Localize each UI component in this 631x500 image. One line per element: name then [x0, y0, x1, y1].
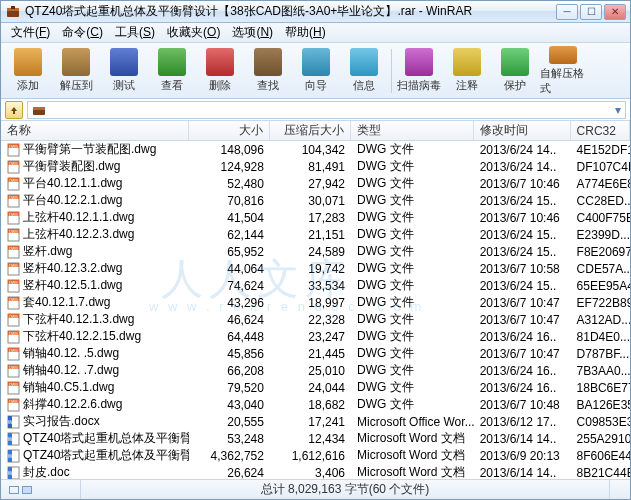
file-packed-size: 104,342	[270, 143, 351, 157]
file-size: 45,856	[189, 347, 270, 361]
menu-0[interactable]: 文件(F)	[5, 23, 56, 42]
tool-sfx-button[interactable]: 自解压格式	[540, 46, 586, 96]
tool-label: 自解压格式	[540, 66, 586, 96]
file-row[interactable]: DWG销轴40.12. .7.dwg66,20825,010DWG 文件2013…	[1, 362, 630, 379]
svg-text:W: W	[8, 453, 13, 459]
tool-scan-virus-button[interactable]: 扫描病毒	[396, 46, 442, 96]
dropdown-icon[interactable]: ▾	[615, 103, 621, 117]
file-size: 64,448	[189, 330, 270, 344]
file-type: DWG 文件	[351, 175, 474, 192]
file-row[interactable]: WQTZ40塔式起重机总体及平衡臂设计开题报告.doc53,24812,434M…	[1, 430, 630, 447]
tool-add-button[interactable]: 添加	[5, 46, 51, 96]
file-row[interactable]: WQTZ40塔式起重机总体及平衡臂设计说明书.doc4,362,7521,612…	[1, 447, 630, 464]
close-button[interactable]: ✕	[604, 4, 626, 20]
tool-extract-to-button[interactable]: 解压到	[53, 46, 99, 96]
file-date: 2013/6/24 15..	[474, 245, 571, 259]
tool-info-button[interactable]: 信息	[341, 46, 387, 96]
file-row[interactable]: DWG平台40.12.1.1.dwg52,48027,942DWG 文件2013…	[1, 175, 630, 192]
comment-icon	[453, 48, 481, 76]
svg-text:DWG: DWG	[9, 246, 18, 250]
svg-text:DWG: DWG	[9, 280, 18, 284]
col-type[interactable]: 类型	[351, 121, 474, 140]
path-field[interactable]: ▾	[27, 101, 626, 119]
delete-icon	[206, 48, 234, 76]
menu-3[interactable]: 收藏夹(O)	[161, 23, 226, 42]
file-date: 2013/6/24 14..	[474, 160, 571, 174]
file-size: 148,096	[189, 143, 270, 157]
minimize-button[interactable]: ─	[556, 4, 578, 20]
file-crc: A312AD...	[571, 313, 630, 327]
tool-find-button[interactable]: 查找	[245, 46, 291, 96]
file-icon: W	[7, 466, 21, 480]
file-row[interactable]: DWG上弦杆40.12.1.1.dwg41,50417,283DWG 文件201…	[1, 209, 630, 226]
file-name: 平台40.12.2.1.dwg	[23, 192, 122, 209]
file-name: 销轴40.12. .5.dwg	[23, 345, 119, 362]
tool-comment-button[interactable]: 注释	[444, 46, 490, 96]
file-row[interactable]: DWG下弦杆40.12.1.3.dwg46,62422,328DWG 文件201…	[1, 311, 630, 328]
menu-2[interactable]: 工具(S)	[109, 23, 161, 42]
file-packed-size: 33,534	[270, 279, 351, 293]
menu-4[interactable]: 选项(N)	[226, 23, 279, 42]
tool-view-button[interactable]: 查看	[149, 46, 195, 96]
file-row[interactable]: DWG竖杆.dwg65,95224,589DWG 文件2013/6/24 15.…	[1, 243, 630, 260]
file-row[interactable]: DWG上弦杆40.12.2.3.dwg62,14421,151DWG 文件201…	[1, 226, 630, 243]
file-name: 套40.12.1.7.dwg	[23, 294, 110, 311]
file-row[interactable]: DWG套40.12.1.7.dwg43,29618,997DWG 文件2013/…	[1, 294, 630, 311]
file-row[interactable]: DWG竖杆40.12.3.2.dwg44,06419,742DWG 文件2013…	[1, 260, 630, 277]
file-row[interactable]: DWG竖杆40.12.5.1.dwg74,62433,534DWG 文件2013…	[1, 277, 630, 294]
menu-5[interactable]: 帮助(H)	[279, 23, 332, 42]
file-size: 46,624	[189, 313, 270, 327]
file-row[interactable]: W封皮.doc26,6243,406Microsoft Word 文档2013/…	[1, 464, 630, 479]
col-date[interactable]: 修改时间	[474, 121, 571, 140]
file-date: 2013/6/24 16..	[474, 364, 571, 378]
file-icon: DWG	[7, 177, 21, 191]
file-row[interactable]: DWG销轴40.C5.1.dwg79,52024,044DWG 文件2013/6…	[1, 379, 630, 396]
file-crc: EF722B89	[571, 296, 630, 310]
sfx-icon	[549, 46, 577, 64]
tool-protect-button[interactable]: 保护	[492, 46, 538, 96]
tool-label: 扫描病毒	[397, 78, 441, 93]
col-size[interactable]: 大小	[189, 121, 270, 140]
svg-text:DWG: DWG	[9, 263, 18, 267]
svg-rect-2	[11, 6, 15, 9]
status-summary: 总计 8,029,163 字节(60 个文件)	[81, 480, 610, 499]
svg-text:DWG: DWG	[9, 365, 18, 369]
file-date: 2013/6/24 16..	[474, 330, 571, 344]
col-name[interactable]: 名称	[1, 121, 189, 140]
file-row[interactable]: W实习报告.docx20,55517,241Microsoft Office W…	[1, 413, 630, 430]
tool-wizard-button[interactable]: 向导	[293, 46, 339, 96]
file-row[interactable]: DWG斜撑40.12.2.6.dwg43,04018,682DWG 文件2013…	[1, 396, 630, 413]
file-row[interactable]: DWG销轴40.12. .5.dwg45,85621,445DWG 文件2013…	[1, 345, 630, 362]
file-icon: DWG	[7, 279, 21, 293]
file-name: 销轴40.12. .7.dwg	[23, 362, 119, 379]
file-row[interactable]: DWG下弦杆40.12.2.15.dwg64,44823,247DWG 文件20…	[1, 328, 630, 345]
tool-label: 向导	[305, 78, 327, 93]
svg-text:DWG: DWG	[9, 178, 18, 182]
file-row[interactable]: DWG平台40.12.2.1.dwg70,81630,071DWG 文件2013…	[1, 192, 630, 209]
file-crc: CC28ED...	[571, 194, 630, 208]
maximize-button[interactable]: ☐	[580, 4, 602, 20]
file-packed-size: 23,247	[270, 330, 351, 344]
svg-text:DWG: DWG	[9, 161, 18, 165]
tool-test-button[interactable]: 测试	[101, 46, 147, 96]
up-button[interactable]	[5, 101, 23, 119]
file-row[interactable]: DWG平衡臂第一节装配图.dwg148,096104,342DWG 文件2013…	[1, 141, 630, 158]
file-packed-size: 17,283	[270, 211, 351, 225]
file-type: DWG 文件	[351, 243, 474, 260]
add-icon	[14, 48, 42, 76]
col-crc[interactable]: CRC32	[571, 121, 630, 140]
file-icon: DWG	[7, 262, 21, 276]
file-date: 2013/6/9 20:13	[474, 449, 571, 463]
file-list[interactable]: 人人文库 w w w . r e n r e n d o c . c o m D…	[1, 141, 630, 479]
file-date: 2013/6/24 15..	[474, 279, 571, 293]
tool-delete-button[interactable]: 删除	[197, 46, 243, 96]
file-row[interactable]: DWG平衡臂装配图.dwg124,92881,491DWG 文件2013/6/2…	[1, 158, 630, 175]
tool-label: 信息	[353, 78, 375, 93]
col-packed-size[interactable]: 压缩后大小	[270, 121, 351, 140]
file-packed-size: 24,589	[270, 245, 351, 259]
file-size: 43,296	[189, 296, 270, 310]
menu-1[interactable]: 命令(C)	[56, 23, 109, 42]
file-icon: DWG	[7, 143, 21, 157]
file-icon: DWG	[7, 245, 21, 259]
file-type: DWG 文件	[351, 209, 474, 226]
